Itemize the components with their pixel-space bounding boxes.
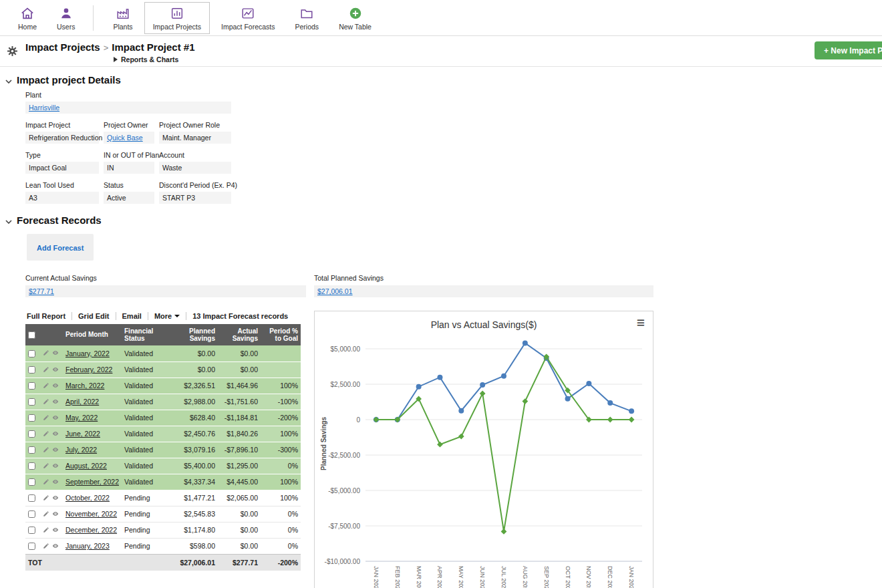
more-dropdown[interactable]: More — [148, 312, 186, 320]
table-row: October, 2022Pending$1,477.21$2,065.0010… — [25, 490, 301, 506]
view-eye-icon[interactable] — [51, 462, 59, 470]
edit-pencil-icon[interactable] — [43, 414, 49, 422]
planned-savings-cell: $2,545.83 — [172, 506, 218, 522]
grid-edit-link[interactable]: Grid Edit — [71, 312, 115, 320]
period-month-link[interactable]: April, 2022 — [65, 398, 99, 406]
details-section-heading[interactable]: Impact project Details — [5, 74, 882, 86]
email-link[interactable]: Email — [116, 312, 148, 320]
actual-savings-cell: $0.00 — [218, 361, 261, 378]
edit-pencil-icon[interactable] — [43, 543, 49, 551]
forecast-section-heading[interactable]: Forecast Records — [5, 214, 882, 226]
period-pct-cell: 100% — [261, 490, 301, 506]
forecast-content-row: Full Report Grid Edit Email More 13 Impa… — [25, 311, 882, 588]
nav-item-users[interactable]: Users — [48, 2, 84, 34]
details-grid: Plant Harrisville Impact Project Refrige… — [25, 91, 882, 204]
period-month-link[interactable]: January, 2022 — [65, 349, 110, 357]
view-eye-icon[interactable] — [51, 430, 59, 438]
chart-menu-icon[interactable]: ≡ — [637, 315, 645, 329]
period-month-link[interactable]: February, 2022 — [65, 365, 112, 374]
select-all-checkbox[interactable] — [28, 331, 35, 339]
row-checkbox[interactable] — [28, 543, 35, 550]
nav-item-plants[interactable]: Plants — [104, 2, 141, 34]
nav-item-home[interactable]: Home — [9, 2, 45, 34]
period-month-link[interactable]: May, 2022 — [65, 414, 98, 422]
new-impact-project-button[interactable]: + New Impact Project — [815, 41, 882, 59]
svg-text:-$5,000.00: -$5,000.00 — [328, 487, 360, 494]
actual-savings-cell: $1,840.26 — [218, 426, 261, 442]
edit-pencil-icon[interactable] — [43, 349, 49, 357]
svg-text:AUG 2022: AUG 2022 — [522, 566, 529, 588]
total-planned-savings-link[interactable]: $27,006.01 — [317, 287, 353, 295]
period-month-link[interactable]: November, 2022 — [65, 510, 117, 518]
plant-link[interactable]: Harrisville — [29, 104, 59, 112]
view-eye-icon[interactable] — [51, 527, 59, 535]
edit-pencil-icon[interactable] — [43, 382, 49, 390]
page-title: Impact Project #1 — [112, 41, 194, 53]
edit-pencil-icon[interactable] — [43, 494, 49, 502]
period-pct-cell — [261, 361, 301, 378]
period-month-link[interactable]: October, 2022 — [65, 494, 110, 502]
view-eye-icon[interactable] — [51, 494, 59, 502]
period-month-link[interactable]: September, 2022 — [65, 478, 119, 486]
reports-charts-toggle[interactable]: Reports & Charts — [114, 55, 178, 63]
period-month-link[interactable]: August, 2022 — [65, 462, 107, 470]
period-pct-cell: 100% — [261, 474, 301, 490]
view-eye-icon[interactable] — [51, 349, 59, 357]
svg-text:JAN 2023: JAN 2023 — [628, 566, 635, 588]
field-label-lean-tool: Lean Tool Used — [25, 181, 99, 189]
period-month-link[interactable]: March, 2022 — [65, 382, 104, 390]
view-eye-icon[interactable] — [51, 366, 59, 374]
col-actual-savings: Actual Savings — [218, 324, 261, 345]
financial-status-cell: Validated — [122, 394, 172, 410]
svg-text:MAY 2022: MAY 2022 — [458, 566, 464, 588]
row-checkbox[interactable] — [28, 462, 35, 470]
table-row: August, 2022Validated$5,400.00$1,295.000… — [25, 458, 301, 474]
nav-item-new-table[interactable]: New Table — [330, 2, 380, 34]
financial-status-cell: Validated — [122, 442, 172, 458]
row-checkbox[interactable] — [28, 446, 35, 454]
breadcrumb-impact-projects-link[interactable]: Impact Projects — [25, 41, 100, 53]
edit-pencil-icon[interactable] — [43, 446, 49, 454]
report-toolbar: Full Report Grid Edit Email More 13 Impa… — [25, 311, 301, 324]
settings-gear-icon[interactable] — [7, 45, 18, 59]
view-eye-icon[interactable] — [51, 446, 59, 454]
period-month-link[interactable]: July, 2022 — [65, 446, 97, 454]
period-month-link[interactable]: December, 2022 — [65, 526, 117, 534]
row-checkbox[interactable] — [28, 382, 35, 390]
view-eye-icon[interactable] — [51, 543, 59, 551]
edit-pencil-icon[interactable] — [43, 478, 49, 486]
view-eye-icon[interactable] — [51, 398, 59, 406]
row-checkbox[interactable] — [28, 366, 35, 374]
add-forecast-button[interactable]: Add Forecast — [37, 244, 84, 252]
row-checkbox[interactable] — [28, 430, 35, 438]
nav-item-impact-forecasts[interactable]: Impact Forecasts — [212, 2, 284, 34]
nav-item-periods[interactable]: Periods — [287, 2, 328, 34]
row-checkbox[interactable] — [28, 350, 35, 357]
row-checkbox[interactable] — [28, 478, 35, 486]
view-eye-icon[interactable] — [51, 478, 59, 486]
view-eye-icon[interactable] — [51, 414, 59, 422]
view-eye-icon[interactable] — [51, 382, 59, 390]
project-owner-link[interactable]: Quick Base — [107, 134, 143, 142]
chevron-down-icon — [5, 74, 12, 86]
edit-pencil-icon[interactable] — [43, 398, 49, 406]
period-month-link[interactable]: June, 2022 — [65, 430, 100, 438]
edit-pencil-icon[interactable] — [43, 366, 49, 374]
svg-text:0: 0 — [356, 416, 360, 424]
row-checkbox[interactable] — [28, 527, 35, 534]
row-checkbox[interactable] — [28, 414, 35, 422]
row-checkbox[interactable] — [28, 398, 35, 406]
nav-item-impact-projects[interactable]: Impact Projects — [144, 2, 210, 34]
edit-pencil-icon[interactable] — [43, 430, 49, 438]
view-eye-icon[interactable] — [51, 510, 59, 519]
current-actual-savings-link[interactable]: $277.71 — [29, 287, 54, 295]
svg-text:$5,000.00: $5,000.00 — [331, 345, 361, 353]
period-month-link[interactable]: January, 2023 — [65, 542, 110, 550]
chevron-down-icon — [5, 214, 12, 226]
edit-pencil-icon[interactable] — [43, 527, 49, 535]
edit-pencil-icon[interactable] — [43, 462, 49, 470]
row-checkbox[interactable] — [28, 494, 35, 502]
edit-pencil-icon[interactable] — [43, 510, 49, 519]
row-checkbox[interactable] — [28, 510, 35, 518]
full-report-link[interactable]: Full Report — [25, 312, 71, 320]
